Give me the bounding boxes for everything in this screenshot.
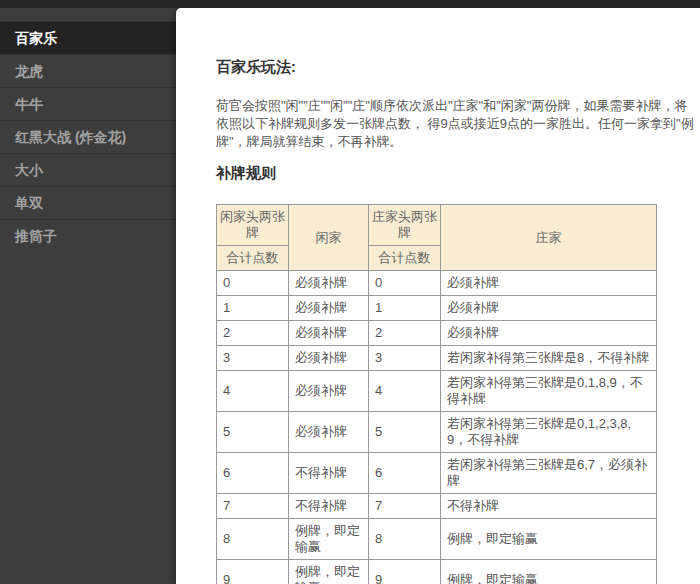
rules-table: 闲家头两张牌 闲家 庄家头两张牌 庄家 合计点数 合计点数 0必须补牌0必须补牌… [216,204,657,584]
player-points-cell: 7 [217,494,289,519]
rules-table-head: 闲家头两张牌 闲家 庄家头两张牌 庄家 合计点数 合计点数 [217,205,657,271]
player-action-cell: 必须补牌 [289,271,369,296]
table-row: 6不得补牌6若闲家补得第三张牌是6,7，必须补牌 [217,453,657,494]
player-action-cell: 必须补牌 [289,371,369,412]
player-action-cell: 不得补牌 [289,494,369,519]
player-points-cell: 5 [217,412,289,453]
banker-points-cell: 6 [369,453,441,494]
player-action-cell: 例牌，即定输赢 [289,519,369,560]
banker-points-cell: 0 [369,271,441,296]
header-player-total: 合计点数 [217,246,289,271]
player-action-cell: 必须补牌 [289,412,369,453]
table-row: 5必须补牌5若闲家补得第三张牌是0,1,2,3,8,9，不得补牌 [217,412,657,453]
banker-points-cell: 1 [369,296,441,321]
sidebar-item-odd-even[interactable]: 单双 [0,186,176,219]
banker-points-cell: 3 [369,346,441,371]
table-row: 8例牌，即定输赢8例牌，即定输赢 [217,519,657,560]
banker-action-cell: 若闲家补得第三张牌是6,7，必须补牌 [441,453,657,494]
table-row: 0必须补牌0必须补牌 [217,271,657,296]
player-points-cell: 3 [217,346,289,371]
banker-points-cell: 5 [369,412,441,453]
player-action-cell: 例牌，即定输赢 [289,560,369,584]
header-banker: 庄家 [441,205,657,271]
table-row: 7不得补牌7不得补牌 [217,494,657,519]
banker-action-cell: 必须补牌 [441,321,657,346]
header-banker-two-cards: 庄家头两张牌 [369,205,441,246]
banker-action-cell: 不得补牌 [441,494,657,519]
banker-points-cell: 2 [369,321,441,346]
header-player-two-cards: 闲家头两张牌 [217,205,289,246]
table-row: 2必须补牌2必须补牌 [217,321,657,346]
header-player: 闲家 [289,205,369,271]
sidebar-item-red-black-war[interactable]: 红黑大战 (炸金花) [0,120,176,153]
player-points-cell: 9 [217,560,289,584]
rules-heading: 补牌规则 [216,164,700,183]
banker-points-cell: 7 [369,494,441,519]
player-action-cell: 必须补牌 [289,321,369,346]
table-row: 1必须补牌1必须补牌 [217,296,657,321]
player-points-cell: 1 [217,296,289,321]
page-title: 百家乐玩法: [216,58,700,77]
banker-action-cell: 若闲家补得第三张牌是8，不得补牌 [441,346,657,371]
table-row: 3必须补牌3若闲家补得第三张牌是8，不得补牌 [217,346,657,371]
banker-action-cell: 例牌，即定输赢 [441,560,657,584]
top-bar [0,0,700,8]
player-points-cell: 6 [217,453,289,494]
banker-points-cell: 4 [369,371,441,412]
header-row-1: 闲家头两张牌 闲家 庄家头两张牌 庄家 [217,205,657,246]
sidebar-item-dragon-tiger[interactable]: 龙虎 [0,54,176,87]
sidebar-item-big-small[interactable]: 大小 [0,153,176,186]
player-action-cell: 不得补牌 [289,453,369,494]
sidebar-item-baccarat[interactable]: 百家乐 [0,21,176,54]
banker-action-cell: 若闲家补得第三张牌是0,1,8,9，不得补牌 [441,371,657,412]
banker-points-cell: 8 [369,519,441,560]
player-action-cell: 必须补牌 [289,346,369,371]
player-points-cell: 2 [217,321,289,346]
player-points-cell: 0 [217,271,289,296]
intro-paragraph: 荷官会按照"闲""庄""闲""庄"顺序依次派出"庄家"和"闲家"两份牌，如果需要… [216,97,696,151]
content-panel: 百家乐玩法: 荷官会按照"闲""庄""闲""庄"顺序依次派出"庄家"和"闲家"两… [176,8,700,584]
header-banker-total: 合计点数 [369,246,441,271]
banker-action-cell: 必须补牌 [441,271,657,296]
sidebar: 百家乐 龙虎 牛牛 红黑大战 (炸金花) 大小 单双 推筒子 [0,8,176,584]
sidebar-item-niuniu[interactable]: 牛牛 [0,87,176,120]
banker-action-cell: 若闲家补得第三张牌是0,1,2,3,8,9，不得补牌 [441,412,657,453]
player-action-cell: 必须补牌 [289,296,369,321]
player-points-cell: 4 [217,371,289,412]
sidebar-item-tui-tongzi[interactable]: 推筒子 [0,219,176,252]
table-row: 4必须补牌4若闲家补得第三张牌是0,1,8,9，不得补牌 [217,371,657,412]
player-points-cell: 8 [217,519,289,560]
table-row: 9例牌，即定输赢9例牌，即定输赢 [217,560,657,584]
rules-table-body: 0必须补牌0必须补牌1必须补牌1必须补牌2必须补牌2必须补牌3必须补牌3若闲家补… [217,271,657,584]
banker-action-cell: 例牌，即定输赢 [441,519,657,560]
banker-action-cell: 必须补牌 [441,296,657,321]
banker-points-cell: 9 [369,560,441,584]
